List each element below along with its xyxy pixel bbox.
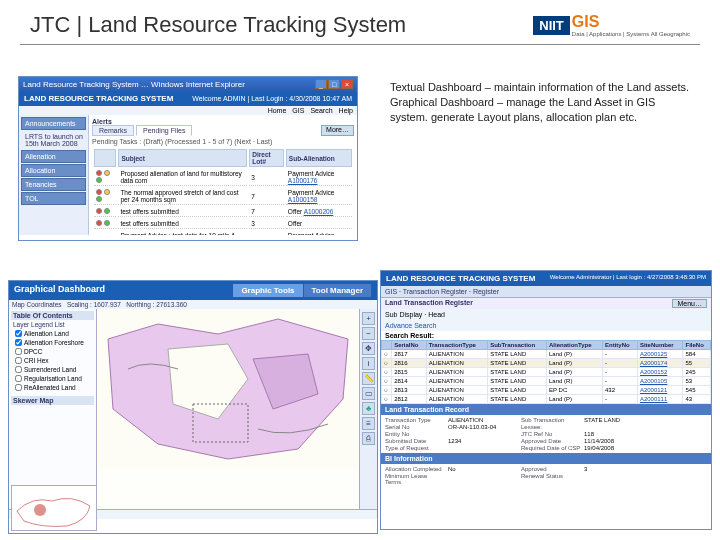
pending-header: Pending Tasks : (Draft) (Processed 1 - 5… [92, 138, 354, 145]
welcome-text: Welcome ADMIN | Last Login : 4/30/2008 1… [192, 95, 352, 102]
slide-title: JTC | Land Resource Tracking System [30, 12, 406, 38]
minimap-header: Skewer Map [11, 396, 94, 405]
map-svg[interactable] [97, 309, 359, 469]
layer-item[interactable]: Alienation Foreshore [11, 338, 94, 347]
worklist-label: Alerts [92, 118, 354, 125]
layer-item[interactable]: Alienation Land [11, 329, 94, 338]
record-header: Land Transaction Record [381, 404, 711, 415]
register-window: LAND RESOURCE TRACKING SYSTEM Welcome Ad… [380, 270, 712, 530]
menu-home[interactable]: Home [268, 107, 287, 114]
table-row[interactable]: ○2817ALIENATIONSTATE LANDLand (P)-A20001… [382, 350, 711, 359]
maximize-button[interactable]: □ [328, 79, 340, 89]
table-row[interactable]: ○2813ALIENATIONSTATE LANDEP DC432A200012… [382, 386, 711, 395]
result-table: SerialNoTransactionTypeSubTransactionAli… [381, 340, 711, 404]
legend-header: Layer Legend List [11, 320, 94, 329]
col-suba: Sub-Alienation [286, 149, 352, 167]
layer-checkbox[interactable] [15, 384, 22, 391]
window-titlebar[interactable]: Land Resource Tracking System … Windows … [19, 77, 357, 91]
logo: NIIT GIS Data | Applications | Systems A… [533, 13, 690, 37]
measure-icon[interactable]: 📏 [362, 372, 375, 385]
minimize-button[interactable]: _ [315, 79, 327, 89]
logo-suffix: GIS [572, 13, 600, 30]
coord-scale: Scaling : 1607.937 [67, 301, 121, 308]
bi-header: BI Information [381, 453, 711, 464]
table-row[interactable]: ○2812ALIENATIONSTATE LANDLand (P)-A20001… [382, 395, 711, 404]
more-button[interactable]: More… [321, 125, 354, 136]
print-icon[interactable]: ⎙ [362, 432, 375, 445]
table-row[interactable]: Payment Advice : test data for 10 mile A… [94, 231, 352, 235]
sub-display: Sub Display · Head [385, 311, 445, 318]
table-row[interactable]: test offers submitted7Offer A1000206 [94, 207, 352, 217]
divider [20, 44, 700, 45]
system-banner: LAND RESOURCE TRACKING SYSTEM Welcome AD… [19, 91, 357, 106]
coord-bar: Map Coordinates Scaling : 1607.937 North… [9, 300, 377, 309]
menu-help[interactable]: Help [339, 107, 353, 114]
nav-alienation[interactable]: Alienation [21, 150, 86, 163]
register-banner: LAND RESOURCE TRACKING SYSTEM Welcome Ad… [381, 271, 711, 286]
layer-checkbox[interactable] [15, 330, 22, 337]
layer-item[interactable]: DPCC [11, 347, 94, 356]
nav-allocation[interactable]: Allocation [21, 164, 86, 177]
col-subject: Subject [118, 149, 247, 167]
window-title: Land Resource Tracking System … Windows … [23, 80, 245, 89]
layer-checkbox[interactable] [15, 357, 22, 364]
register-sys-title: LAND RESOURCE TRACKING SYSTEM [386, 274, 535, 283]
nav-tenancies[interactable]: Tenancies [21, 178, 86, 191]
bi-grid: Allocation CompletedNoApproved3 Minimum … [381, 464, 711, 487]
identify-icon[interactable]: i [362, 357, 375, 370]
tab-tool-manager[interactable]: Tool Manager [304, 284, 372, 297]
coord-north: Northing : 27613.360 [126, 301, 187, 308]
layer-checkbox[interactable] [15, 375, 22, 382]
advance-search-link[interactable]: Advance Search [385, 322, 436, 329]
table-of-contents: Table Of Contents Layer Legend List Alie… [9, 309, 97, 509]
overview-map[interactable] [11, 485, 97, 531]
pending-table: Subject Direct Lot# Sub-Alienation Propo… [92, 147, 354, 235]
nav-tol[interactable]: TOL [21, 192, 86, 205]
breadcrumb: GIS · Transaction Register · Register [381, 286, 711, 298]
tool-column: + − ✥ i 📏 ▭ ♣ ≡ ⎙ [359, 309, 377, 509]
layers-icon[interactable]: ≡ [362, 417, 375, 430]
graphical-dashboard-window: Graphical Dashboard Graphic Tools Tool M… [8, 280, 378, 534]
zoom-out-icon[interactable]: − [362, 327, 375, 340]
menu-search[interactable]: Search [310, 107, 332, 114]
table-row[interactable]: ○2814ALIENATIONSTATE LANDLand (R)-A20001… [382, 377, 711, 386]
menu-gis[interactable]: GIS [292, 107, 304, 114]
record-grid: Transaction TypeALIENATIONSub Transactio… [381, 415, 711, 453]
tab-pending-files[interactable]: Pending Files [136, 125, 192, 136]
logo-brand: NIIT [533, 16, 570, 35]
map-canvas[interactable] [97, 309, 359, 509]
close-button[interactable]: × [341, 79, 353, 89]
table-row[interactable]: The normal approved stretch of land cost… [94, 188, 352, 205]
textual-dashboard-window: Land Resource Tracking System … Windows … [18, 76, 358, 241]
svg-point-2 [34, 504, 46, 516]
nav-announcement-text: LRTS to launch on 15th March 2008 [21, 131, 86, 149]
logo-tagline: Data | Applications | Systems All Geogra… [572, 31, 690, 37]
graphical-title-text: Graphical Dashboard [14, 284, 105, 297]
table-row[interactable]: Proposed alienation of land for multisto… [94, 169, 352, 186]
layer-item[interactable]: Surrendered Land [11, 365, 94, 374]
table-row[interactable]: test offers submitted3Offer [94, 219, 352, 229]
nav-announcements[interactable]: Announcements [21, 117, 86, 130]
tree-icon[interactable]: ♣ [362, 402, 375, 415]
layer-item[interactable]: Regularisation Land [11, 374, 94, 383]
layer-item[interactable]: CRI Hex [11, 356, 94, 365]
col-status [94, 149, 116, 167]
tab-remarks[interactable]: Remarks [92, 125, 134, 136]
toc-header: Table Of Contents [11, 311, 94, 320]
layer-checkbox[interactable] [15, 339, 22, 346]
slide-header: JTC | Land Resource Tracking System NIIT… [0, 0, 720, 44]
layer-checkbox[interactable] [15, 366, 22, 373]
pan-icon[interactable]: ✥ [362, 342, 375, 355]
search-result-label: Search Result: [381, 331, 711, 340]
description-text: Textual Dashboard – maintain information… [390, 80, 690, 125]
tab-graphic-tools[interactable]: Graphic Tools [233, 284, 303, 297]
table-row[interactable]: ○2816ALIENATIONSTATE LANDLand (P)-A20001… [382, 359, 711, 368]
menu-button[interactable]: Menu… [672, 299, 707, 308]
select-icon[interactable]: ▭ [362, 387, 375, 400]
coord-label: Map Coordinates [12, 301, 62, 308]
zoom-in-icon[interactable]: + [362, 312, 375, 325]
layer-checkbox[interactable] [15, 348, 22, 355]
layer-item[interactable]: ReAlienated Land [11, 383, 94, 392]
table-row[interactable]: ○2815ALIENATIONSTATE LANDLand (P)-A20001… [382, 368, 711, 377]
system-title: LAND RESOURCE TRACKING SYSTEM [24, 94, 173, 103]
